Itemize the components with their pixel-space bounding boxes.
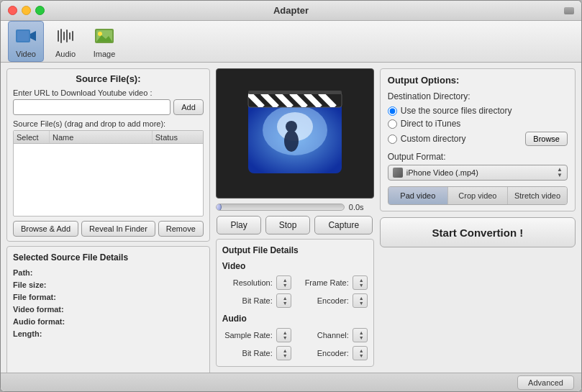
output-details-title: Output File Details	[222, 245, 368, 255]
svg-marker-1	[30, 31, 36, 41]
radio-itunes: Direct to iTunes	[388, 119, 568, 129]
title-bar: Adapter	[1, 1, 581, 21]
audio-encoder-label: Encoder:	[299, 349, 349, 357]
progress-row: 0.0s	[216, 203, 374, 211]
detail-videoformat-key: Video format:	[13, 305, 78, 314]
output-options-title: Output Options:	[388, 75, 568, 86]
add-button[interactable]: Add	[173, 99, 204, 115]
format-select[interactable]: iPhone Video (.mp4) ▲▼	[388, 165, 568, 181]
samplerate-label: Sample Rate:	[222, 331, 273, 339]
channel-label: Channel:	[299, 331, 349, 339]
stretch-video-btn[interactable]: Stretch video	[508, 187, 567, 204]
reveal-finder-button[interactable]: Reveal In Finder	[81, 221, 155, 237]
advanced-button[interactable]: Advanced	[517, 375, 574, 390]
format-arrows: ▲▼	[557, 167, 563, 178]
main-window: Adapter Video	[0, 0, 582, 392]
capture-button[interactable]: Capture	[314, 216, 373, 234]
progress-bar[interactable]	[216, 204, 345, 211]
toolbar-audio-label: Audio	[55, 50, 76, 58]
radio-custom-input[interactable]	[388, 135, 397, 144]
channel-select[interactable]: ▲▼	[353, 328, 368, 342]
toolbar-image[interactable]: Image	[87, 22, 122, 61]
radio-source-dir: Use the source files directory	[388, 106, 568, 116]
output-browse-button[interactable]: Browse	[525, 132, 568, 146]
resolution-select[interactable]: ▲▼	[276, 275, 291, 290]
radio-itunes-input[interactable]	[388, 119, 397, 129]
channel-arrow: ▲▼	[359, 330, 364, 340]
framerate-row: Frame Rate: ▲▼	[299, 275, 368, 290]
svg-rect-27	[248, 91, 342, 94]
resolution-row: Resolution: ▲▼	[222, 275, 291, 290]
stop-button[interactable]: Stop	[265, 216, 311, 234]
crop-video-btn[interactable]: Crop video	[448, 187, 508, 204]
svg-rect-4	[60, 29, 62, 43]
video-bitrate-arrow: ▲▼	[283, 296, 288, 306]
audio-bitrate-row: Bit Rate: ▲▼	[222, 346, 291, 360]
close-button[interactable]	[8, 6, 17, 15]
image-icon	[93, 24, 116, 47]
svg-rect-2	[17, 31, 29, 41]
right-panel: Output Options: Destination Directory: U…	[380, 68, 576, 367]
video-encoder-select[interactable]: ▲▼	[353, 293, 368, 308]
detail-filesize-key: File size:	[13, 281, 78, 289]
audio-icon	[54, 24, 77, 47]
framerate-label: Frame Rate:	[299, 278, 349, 287]
resolution-arrow: ▲▼	[283, 278, 288, 288]
video-encoder-arrow: ▲▼	[359, 296, 364, 306]
play-button[interactable]: Play	[217, 216, 260, 234]
media-buttons: Play Stop Capture	[216, 216, 374, 234]
url-label: Enter URL to Download Youtube video :	[13, 88, 204, 97]
pad-video-btn[interactable]: Pad video	[388, 187, 448, 204]
window-resize-control	[564, 7, 574, 14]
detail-filesize: File size:	[13, 281, 204, 289]
radio-source-dir-input[interactable]	[388, 106, 397, 116]
detail-fileformat-key: File format:	[13, 293, 78, 301]
video-bitrate-select[interactable]: ▲▼	[276, 293, 291, 308]
svg-point-17	[284, 130, 299, 152]
format-row: Output Format:	[388, 152, 568, 162]
middle-panel: 0.0s Play Stop Capture Output File Detai…	[216, 68, 374, 367]
detail-audioformat: Audio format:	[13, 317, 204, 326]
framerate-arrow: ▲▼	[359, 278, 364, 288]
file-table-header: Select Name Status	[14, 131, 203, 144]
audio-bitrate-select[interactable]: ▲▼	[276, 346, 291, 360]
audio-fields-grid: Sample Rate: ▲▼ Channel: ▲▼	[222, 328, 368, 360]
left-panel: Source File(s): Enter URL to Download Yo…	[6, 68, 210, 367]
browse-add-button[interactable]: Browse & Add	[13, 221, 78, 237]
url-row: Add	[13, 99, 204, 115]
toolbar-audio[interactable]: Audio	[48, 22, 83, 61]
video-bitrate-label: Bit Rate:	[222, 296, 273, 305]
remove-button[interactable]: Remove	[158, 221, 204, 237]
source-section: Source File(s): Enter URL to Download Yo…	[6, 68, 210, 242]
video-fields-grid: Resolution: ▲▼ Frame Rate: ▲▼ Bit Rate:	[222, 275, 368, 308]
file-table: Select Name Status	[13, 130, 204, 216]
svg-rect-8	[72, 31, 73, 41]
progress-thumb	[216, 204, 222, 211]
audio-encoder-arrow: ▲▼	[359, 348, 364, 358]
url-input[interactable]	[13, 99, 170, 115]
minimize-button[interactable]	[22, 6, 31, 15]
svg-rect-5	[63, 32, 65, 40]
toolbar: Video Audio	[1, 21, 581, 63]
audio-bitrate-label: Bit Rate:	[222, 349, 273, 357]
detail-fileformat: File format:	[13, 293, 204, 301]
audio-encoder-select[interactable]: ▲▼	[353, 346, 368, 360]
col-select-header: Select	[14, 131, 50, 143]
video-mode-row: Pad video Crop video Stretch video	[388, 186, 568, 205]
video-bitrate-row: Bit Rate: ▲▼	[222, 293, 291, 308]
video-section-title: Video	[222, 261, 368, 271]
maximize-button[interactable]	[35, 6, 45, 15]
dest-label: Destination Directory:	[388, 91, 568, 101]
file-details-panel: Selected Source File Details Path: File …	[6, 246, 210, 373]
detail-path-key: Path:	[13, 268, 78, 277]
time-label: 0.0s	[349, 203, 374, 211]
start-conversion-button[interactable]: Start Convertion !	[380, 217, 576, 247]
toolbar-video[interactable]: Video	[8, 21, 44, 62]
output-options: Output Options: Destination Directory: U…	[380, 68, 576, 211]
status-bar: Advanced	[1, 373, 581, 391]
samplerate-select[interactable]: ▲▼	[276, 328, 291, 342]
samplerate-row: Sample Rate: ▲▼	[222, 328, 291, 342]
video-encoder-row: Encoder: ▲▼	[299, 293, 368, 308]
detail-path: Path:	[13, 268, 204, 277]
framerate-select[interactable]: ▲▼	[353, 275, 368, 290]
